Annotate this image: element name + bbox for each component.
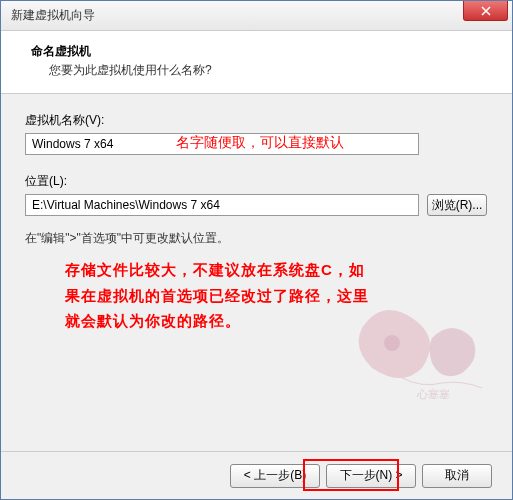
window-title: 新建虚拟机向导 xyxy=(11,7,95,24)
svg-point-0 xyxy=(384,335,400,351)
back-button[interactable]: < 上一步(B) xyxy=(230,464,320,488)
cancel-button[interactable]: 取消 xyxy=(422,464,492,488)
storage-line2: 果在虚拟机的首选项已经改过了路径，这里 xyxy=(65,283,488,309)
wizard-footer: < 上一步(B) 下一步(N) > 取消 xyxy=(1,451,512,499)
next-button[interactable]: 下一步(N) > xyxy=(326,464,416,488)
close-icon xyxy=(481,6,491,16)
content-area: 虚拟机名称(V): 名字随便取，可以直接默认 位置(L): 浏览(R)... 在… xyxy=(1,94,512,458)
location-label: 位置(L): xyxy=(25,173,488,190)
name-annotation: 名字随便取，可以直接默认 xyxy=(176,134,344,150)
svg-text:心塞塞: 心塞塞 xyxy=(416,388,450,400)
storage-line3: 就会默认为你改的路径。 xyxy=(65,308,488,334)
header-subtitle: 您要为此虚拟机使用什么名称? xyxy=(49,62,492,79)
close-button[interactable] xyxy=(463,1,508,21)
browse-button[interactable]: 浏览(R)... xyxy=(427,194,487,216)
header-title: 命名虚拟机 xyxy=(31,43,492,60)
location-input[interactable] xyxy=(25,194,419,216)
default-location-hint: 在"编辑">"首选项"中可更改默认位置。 xyxy=(25,230,488,247)
storage-line1: 存储文件比较大，不建议放在系统盘C，如 xyxy=(65,257,488,283)
wizard-window: 新建虚拟机向导 命名虚拟机 您要为此虚拟机使用什么名称? 虚拟机名称(V): 名… xyxy=(0,0,513,500)
titlebar: 新建虚拟机向导 xyxy=(1,1,512,31)
storage-annotation: 存储文件比较大，不建议放在系统盘C，如 果在虚拟机的首选项已经改过了路径，这里 … xyxy=(65,257,488,334)
vm-name-label: 虚拟机名称(V): xyxy=(25,112,488,129)
wizard-header: 命名虚拟机 您要为此虚拟机使用什么名称? xyxy=(1,31,512,94)
